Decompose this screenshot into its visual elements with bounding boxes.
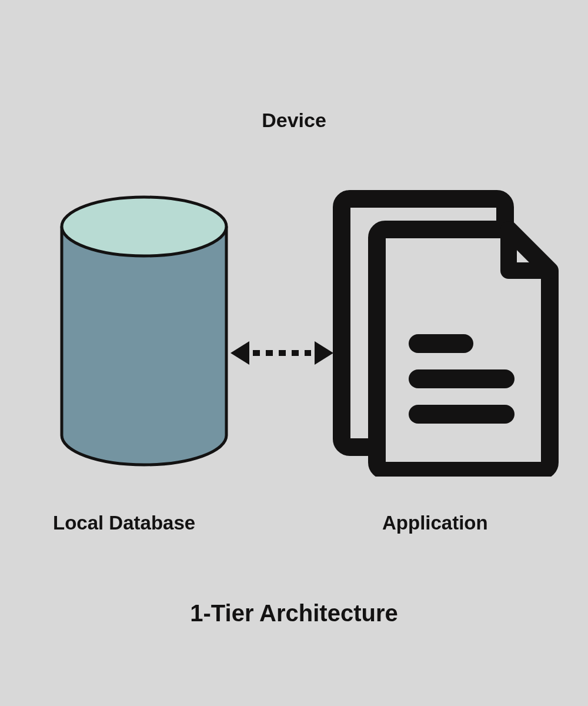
svg-rect-2 [409,334,473,353]
application-label: Application [382,512,488,534]
diagram-caption: 1-Tier Architecture [0,600,588,627]
device-title: Device [0,109,588,132]
documents-icon [332,188,562,477]
local-database-label: Local Database [53,512,195,534]
svg-rect-4 [409,405,514,424]
database-icon [56,194,232,471]
svg-point-0 [62,197,226,256]
bidirectional-arrow-icon [230,335,333,371]
svg-rect-3 [409,369,514,388]
